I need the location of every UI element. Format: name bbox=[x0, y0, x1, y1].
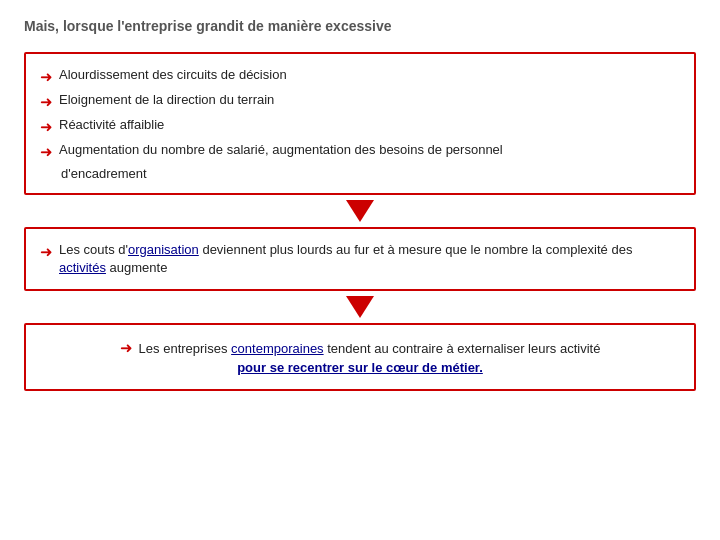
list-item: ➜ Réactivité affaiblie bbox=[40, 116, 680, 137]
down-arrow-icon bbox=[346, 200, 374, 222]
down-arrow-icon bbox=[346, 296, 374, 318]
list-item: ➜ Eloignement de la direction du terrain bbox=[40, 91, 680, 112]
item-text: Les couts d'organisation deviennent plus… bbox=[59, 241, 680, 277]
indented-text: d'encadrement bbox=[61, 166, 680, 181]
list-item: ➜ Alourdissement des circuits de décisio… bbox=[40, 66, 680, 87]
item-text: Les entreprises contemporaines tendent a… bbox=[139, 341, 601, 356]
arrow-icon: ➜ bbox=[40, 91, 53, 112]
connector-2 bbox=[24, 291, 696, 323]
item-text: Augmentation du nombre de salarié, augme… bbox=[59, 141, 503, 159]
connector-1 bbox=[24, 195, 696, 227]
list-item: ➜ Les couts d'organisation deviennent pl… bbox=[40, 241, 680, 277]
item-text: Alourdissement des circuits de décision bbox=[59, 66, 287, 84]
box-1: ➜ Alourdissement des circuits de décisio… bbox=[24, 52, 696, 195]
box-3: ➜Les entreprises contemporaines tendent … bbox=[24, 323, 696, 390]
item-continuation: d'encadrement bbox=[61, 166, 147, 181]
item-text: Eloignement de la direction du terrain bbox=[59, 91, 274, 109]
box-2: ➜ Les couts d'organisation deviennent pl… bbox=[24, 227, 696, 291]
item-text: Réactivité affaiblie bbox=[59, 116, 164, 134]
arrow-icon: ➜ bbox=[40, 141, 53, 162]
item-line-2: pour se recentrer sur le cœur de métier. bbox=[237, 359, 483, 377]
arrow-icon: ➜ bbox=[40, 66, 53, 87]
highlighted-word-contemporaines: contemporaines bbox=[231, 341, 324, 356]
arrow-icon: ➜ bbox=[120, 339, 133, 356]
list-item: ➜ Augmentation du nombre de salarié, aug… bbox=[40, 141, 680, 162]
highlighted-word-2: activités bbox=[59, 260, 106, 275]
highlighted-word: organisation bbox=[128, 242, 199, 257]
list-item: ➜Les entreprises contemporaines tendent … bbox=[40, 337, 680, 376]
arrow-icon: ➜ bbox=[40, 116, 53, 137]
page-title: Mais, lorsque l'entreprise grandit de ma… bbox=[24, 18, 696, 34]
arrow-icon: ➜ bbox=[40, 241, 53, 262]
item-line-1: ➜Les entreprises contemporaines tendent … bbox=[120, 337, 601, 358]
